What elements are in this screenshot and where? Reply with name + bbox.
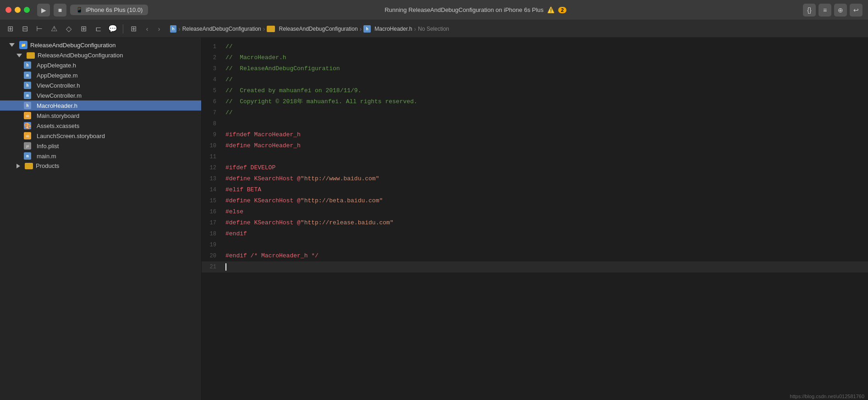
breadcrumb-item-selection[interactable]: No Selection: [418, 26, 449, 32]
code-line-19: 19: [202, 239, 868, 250]
share-button[interactable]: ⊕: [834, 4, 847, 17]
device-label-text: iPhone 6s Plus (10.0): [86, 6, 143, 13]
macroheader-h-label: MacroHeader.h: [37, 102, 77, 109]
breadcrumb: h › ReleaseAndDebugConfiguration › Relea…: [170, 25, 449, 33]
line-num-17: 17: [202, 218, 224, 228]
breadcrumb-item-project[interactable]: ReleaseAndDebugConfiguration: [182, 26, 261, 32]
toggle-sidebar-icon[interactable]: ⊞: [4, 22, 16, 35]
file-type-icon[interactable]: ⊞: [127, 22, 140, 35]
status-url: https://blog.csdn.net/u012581760: [790, 394, 864, 399]
sidebar-item-macroheader-h[interactable]: h MacroHeader.h: [0, 100, 201, 111]
tag-icon[interactable]: ⊏: [92, 22, 104, 35]
line-content-9: #ifndef MacroHeader_h: [224, 130, 868, 140]
branch-icon[interactable]: ⊢: [33, 22, 46, 35]
sidebar-item-appdelegate-m[interactable]: m AppDelegate.m: [0, 70, 201, 80]
close-button[interactable]: [5, 7, 11, 13]
phone-icon: 📱: [76, 6, 83, 13]
warning-badge[interactable]: 2: [558, 7, 566, 13]
line-num-15: 15: [202, 196, 224, 206]
sidebar-item-products[interactable]: Products: [0, 161, 201, 171]
sidebar-item-appdelegate-h[interactable]: h AppDelegate.h: [0, 60, 201, 70]
macroheader-h-icon: h: [24, 102, 31, 109]
grid-icon[interactable]: ⊞: [77, 22, 90, 35]
main-storyboard-icon: sb: [24, 112, 31, 119]
line-num-7: 7: [202, 108, 224, 118]
run-status-text: Running ReleaseAndDebugConfiguration on …: [385, 6, 544, 13]
warning-toolbar-icon[interactable]: ⚠: [48, 22, 60, 35]
code-line-16: 16 #else: [202, 206, 868, 217]
line-content-14: #elif BETA: [224, 185, 868, 195]
code-line-9: 9 #ifndef MacroHeader_h: [202, 129, 868, 140]
viewcontroller-h-label: ViewController.h: [37, 82, 80, 89]
sidebar-item-assets[interactable]: 🎨 Assets.xcassets: [0, 121, 201, 131]
code-line-8: 8: [202, 118, 868, 129]
code-line-12: 12 #ifdef DEVELOP: [202, 162, 868, 173]
line-num-16: 16: [202, 207, 224, 217]
comment-icon[interactable]: 💬: [106, 22, 119, 35]
sidebar-project-label: ReleaseAndDebugConfiguration: [30, 42, 115, 49]
code-editor[interactable]: 1 // 2 // MacroHeader.h 3 // ReleaseAndD…: [202, 38, 868, 400]
maximize-button[interactable]: [24, 7, 30, 13]
sidebar-item-main-m[interactable]: m main.m: [0, 151, 201, 161]
stop-button[interactable]: ■: [54, 4, 66, 17]
root-folder-icon: [27, 52, 35, 59]
line-num-20: 20: [202, 251, 224, 261]
lines-button[interactable]: ≡: [819, 4, 831, 17]
line-content-7: //: [224, 108, 868, 118]
line-num-6: 6: [202, 97, 224, 107]
code-line-6: 6 // Copyright © 2018年 mahuanfei. All ri…: [202, 96, 868, 107]
line-num-19: 19: [202, 240, 224, 250]
launchscreen-icon: sb: [24, 132, 31, 139]
hierarchy-icon[interactable]: ⊟: [18, 22, 31, 35]
breadcrumb-sep-4: ›: [414, 25, 416, 33]
sidebar-item-viewcontroller-h[interactable]: h ViewController.h: [0, 80, 201, 90]
line-content-12: #ifdef DEVELOP: [224, 163, 868, 173]
run-status: Running ReleaseAndDebugConfiguration on …: [152, 6, 799, 13]
line-num-5: 5: [202, 86, 224, 96]
line-content-6: // Copyright © 2018年 mahuanfei. All righ…: [224, 97, 868, 107]
viewcontroller-h-icon: h: [24, 82, 31, 89]
appdelegate-m-label: AppDelegate.m: [37, 72, 78, 79]
nav-forward-arrow[interactable]: ›: [154, 23, 165, 34]
code-line-1: 1 //: [202, 41, 868, 52]
nav-back-arrow[interactable]: ‹: [142, 23, 153, 34]
line-content-17: #define KSearchHost @"http://release.bai…: [224, 218, 868, 228]
minimize-button[interactable]: [15, 7, 21, 13]
code-line-2: 2 // MacroHeader.h: [202, 52, 868, 63]
breadcrumb-item-file[interactable]: h MacroHeader.h: [363, 25, 412, 33]
code-line-10: 10 #define MacroHeader_h: [202, 140, 868, 151]
sidebar-item-root-folder[interactable]: ReleaseAndDebugConfiguration: [0, 50, 201, 60]
line-content-13: #define KSearchHost @"http://www.baidu.c…: [224, 174, 868, 184]
line-content-20: #endif /* MacroHeader_h */: [224, 251, 868, 261]
code-line-13: 13 #define KSearchHost @"http://www.baid…: [202, 173, 868, 184]
toolbar: ⊞ ⊟ ⊢ ⚠ ◇ ⊞ ⊏ 💬 ⊞ ‹ › h › ReleaseAndDebu…: [0, 20, 868, 38]
sidebar-item-viewcontroller-m[interactable]: m ViewController.m: [0, 90, 201, 100]
project-expand-icon: [9, 43, 16, 47]
code-line-14: 14 #elif BETA: [202, 184, 868, 195]
sidebar-item-main-storyboard[interactable]: sb Main.storyboard: [0, 111, 201, 121]
breadcrumb-project-text: ReleaseAndDebugConfiguration: [182, 26, 261, 32]
sidebar-item-launchscreen[interactable]: sb LaunchScreen.storyboard: [0, 131, 201, 141]
breadcrumb-folder-text: ReleaseAndDebugConfiguration: [279, 26, 357, 32]
line-num-14: 14: [202, 185, 224, 195]
code-line-18: 18 #endif: [202, 228, 868, 239]
code-line-4: 4 //: [202, 74, 868, 85]
viewcontroller-m-icon: m: [24, 92, 31, 99]
main-storyboard-label: Main.storyboard: [37, 112, 79, 119]
main-layout: 📁 ReleaseAndDebugConfiguration ReleaseAn…: [0, 38, 868, 400]
braces-button[interactable]: {}: [803, 4, 816, 17]
breadcrumb-item-xcode[interactable]: h: [170, 25, 176, 33]
breadcrumb-item-folder[interactable]: ReleaseAndDebugConfiguration: [267, 26, 357, 32]
back-button[interactable]: ↩: [850, 4, 863, 17]
line-content-4: //: [224, 75, 868, 85]
diamond-icon[interactable]: ◇: [62, 22, 75, 35]
code-line-15: 15 #define KSearchHost @"http://beta.bai…: [202, 195, 868, 206]
sidebar[interactable]: 📁 ReleaseAndDebugConfiguration ReleaseAn…: [0, 38, 202, 400]
device-selector[interactable]: 📱 iPhone 6s Plus (10.0): [70, 5, 148, 15]
sidebar-item-root-project[interactable]: 📁 ReleaseAndDebugConfiguration: [0, 39, 201, 50]
play-button[interactable]: ▶: [37, 4, 50, 17]
line-content-5: // Created by mahuanfei on 2018/11/9.: [224, 86, 868, 96]
text-cursor: [225, 263, 226, 271]
breadcrumb-nav: ‹ ›: [142, 23, 165, 34]
sidebar-item-info-plist[interactable]: pl Info.plist: [0, 141, 201, 151]
